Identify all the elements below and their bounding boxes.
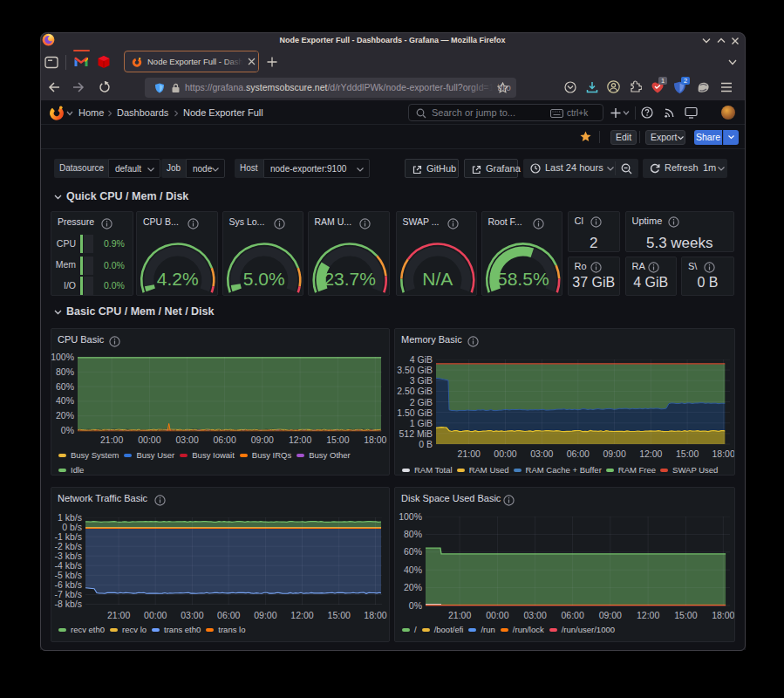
svg-text:N/A: N/A [422,269,453,289]
svg-text:23.7%: 23.7% [324,269,376,289]
svg-text:4.2%: 4.2% [157,269,199,289]
svg-text:58.5%: 58.5% [497,269,549,289]
svg-text:5.0%: 5.0% [242,269,284,289]
